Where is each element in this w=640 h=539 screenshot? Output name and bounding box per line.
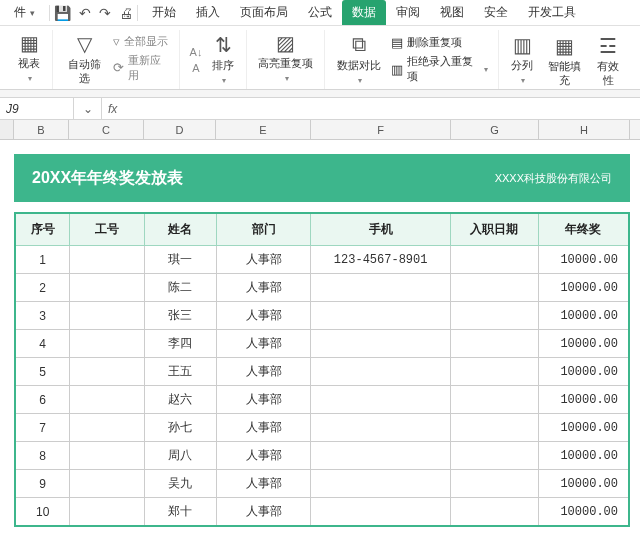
autofilter-button[interactable]: ▽ 自动筛选	[59, 30, 109, 86]
cell[interactable]	[311, 358, 451, 386]
cell[interactable]	[450, 358, 538, 386]
table-row[interactable]: 6赵六人事部10000.00	[15, 386, 629, 414]
cell[interactable]: 李四	[145, 330, 217, 358]
tab-审阅[interactable]: 审阅	[386, 0, 430, 25]
table-row[interactable]: 5王五人事部10000.00	[15, 358, 629, 386]
file-menu[interactable]: 件▾	[4, 0, 45, 25]
table-row[interactable]: 8周八人事部10000.00	[15, 442, 629, 470]
cell[interactable]	[70, 386, 145, 414]
cell[interactable]: 10000.00	[538, 358, 629, 386]
cell[interactable]	[311, 498, 451, 527]
split-column-button[interactable]: ▥ 分列▾	[505, 32, 539, 88]
cell[interactable]: 人事部	[216, 442, 311, 470]
col-header-F[interactable]: F	[311, 120, 451, 139]
cell[interactable]	[311, 302, 451, 330]
cell[interactable]	[70, 358, 145, 386]
cell[interactable]: 10000.00	[538, 246, 629, 274]
show-all-button[interactable]: ▿全部显示	[109, 32, 173, 51]
select-all-corner[interactable]	[0, 120, 14, 139]
cell[interactable]: 10	[15, 498, 70, 527]
tab-页面布局[interactable]: 页面布局	[230, 0, 298, 25]
cell[interactable]: 人事部	[216, 274, 311, 302]
save-icon[interactable]: 💾	[54, 5, 71, 21]
cell[interactable]	[311, 274, 451, 302]
cell[interactable]	[70, 330, 145, 358]
tab-数据[interactable]: 数据	[342, 0, 386, 25]
col-header-C[interactable]: C	[69, 120, 144, 139]
cell[interactable]: 赵六	[145, 386, 217, 414]
cell[interactable]: 周八	[145, 442, 217, 470]
data-compare-button[interactable]: ⧉ 数据对比▾	[331, 32, 386, 88]
fx-dropdown[interactable]: ⌄	[74, 98, 102, 119]
smart-fill-button[interactable]: ▦ 智能填充	[540, 32, 589, 88]
cell[interactable]	[450, 274, 538, 302]
cell[interactable]: 吴九	[145, 470, 217, 498]
cell[interactable]: 3	[15, 302, 70, 330]
tab-插入[interactable]: 插入	[186, 0, 230, 25]
sort-asc-button[interactable]: A↓	[186, 44, 207, 60]
cell[interactable]: 10000.00	[538, 498, 629, 527]
cell[interactable]	[70, 274, 145, 302]
cell[interactable]: 2	[15, 274, 70, 302]
tab-视图[interactable]: 视图	[430, 0, 474, 25]
pivot-table-button[interactable]: ▦ 视表▾	[12, 30, 46, 86]
validation-button[interactable]: ☲ 有效性	[589, 32, 628, 88]
cell[interactable]	[450, 330, 538, 358]
cell[interactable]: 人事部	[216, 414, 311, 442]
cell[interactable]: 5	[15, 358, 70, 386]
col-header-E[interactable]: E	[216, 120, 311, 139]
col-header-D[interactable]: D	[144, 120, 216, 139]
cell[interactable]	[311, 330, 451, 358]
cell[interactable]: 10000.00	[538, 386, 629, 414]
worksheet[interactable]: 20XX年年终奖发放表 XXXX科技股份有限公司 序号工号姓名部门手机入职日期年…	[0, 140, 640, 527]
cell[interactable]: 陈二	[145, 274, 217, 302]
name-box[interactable]: J9	[0, 98, 74, 119]
table-row[interactable]: 2陈二人事部10000.00	[15, 274, 629, 302]
reapply-button[interactable]: ⟳重新应用	[109, 51, 173, 85]
sort-button[interactable]: ⇅ 排序▾	[206, 32, 239, 88]
redo-icon[interactable]: ↷	[99, 5, 111, 21]
table-row[interactable]: 7孙七人事部10000.00	[15, 414, 629, 442]
cell[interactable]: 10000.00	[538, 414, 629, 442]
tab-安全[interactable]: 安全	[474, 0, 518, 25]
print-icon[interactable]: 🖨	[119, 5, 133, 21]
cell[interactable]	[450, 498, 538, 527]
col-header-G[interactable]: G	[451, 120, 539, 139]
cell[interactable]: 7	[15, 414, 70, 442]
cell[interactable]: 人事部	[216, 358, 311, 386]
cell[interactable]	[311, 442, 451, 470]
tab-开发工具[interactable]: 开发工具	[518, 0, 586, 25]
cell[interactable]	[70, 498, 145, 527]
fx-label[interactable]: fx	[102, 102, 123, 116]
cell[interactable]	[450, 386, 538, 414]
cell[interactable]	[450, 442, 538, 470]
cell[interactable]: 王五	[145, 358, 217, 386]
cell[interactable]	[70, 470, 145, 498]
cell[interactable]: 9	[15, 470, 70, 498]
table-row[interactable]: 1琪一人事部123-4567-890110000.00	[15, 246, 629, 274]
highlight-dup-button[interactable]: ▨ 高亮重复项▾	[253, 30, 319, 86]
cell[interactable]: 10000.00	[538, 302, 629, 330]
table-row[interactable]: 4李四人事部10000.00	[15, 330, 629, 358]
table-row[interactable]: 9吴九人事部10000.00	[15, 470, 629, 498]
cell[interactable]: 张三	[145, 302, 217, 330]
cell[interactable]	[70, 302, 145, 330]
tab-公式[interactable]: 公式	[298, 0, 342, 25]
cell[interactable]: 8	[15, 442, 70, 470]
cell[interactable]: 孙七	[145, 414, 217, 442]
cell[interactable]: 人事部	[216, 246, 311, 274]
cell[interactable]	[70, 442, 145, 470]
cell[interactable]: 10000.00	[538, 442, 629, 470]
col-header-B[interactable]: B	[14, 120, 69, 139]
cell[interactable]: 10000.00	[538, 330, 629, 358]
undo-icon[interactable]: ↶	[79, 5, 91, 21]
delete-dup-button[interactable]: ▤删除重复项	[387, 33, 492, 52]
cell[interactable]	[311, 386, 451, 414]
sort-desc-button[interactable]: A	[188, 60, 203, 76]
cell[interactable]: 6	[15, 386, 70, 414]
table-row[interactable]: 3张三人事部10000.00	[15, 302, 629, 330]
reject-dup-button[interactable]: ▥拒绝录入重复项▾	[387, 52, 492, 86]
cell[interactable]	[311, 414, 451, 442]
cell[interactable]: 人事部	[216, 330, 311, 358]
cell[interactable]: 人事部	[216, 302, 311, 330]
